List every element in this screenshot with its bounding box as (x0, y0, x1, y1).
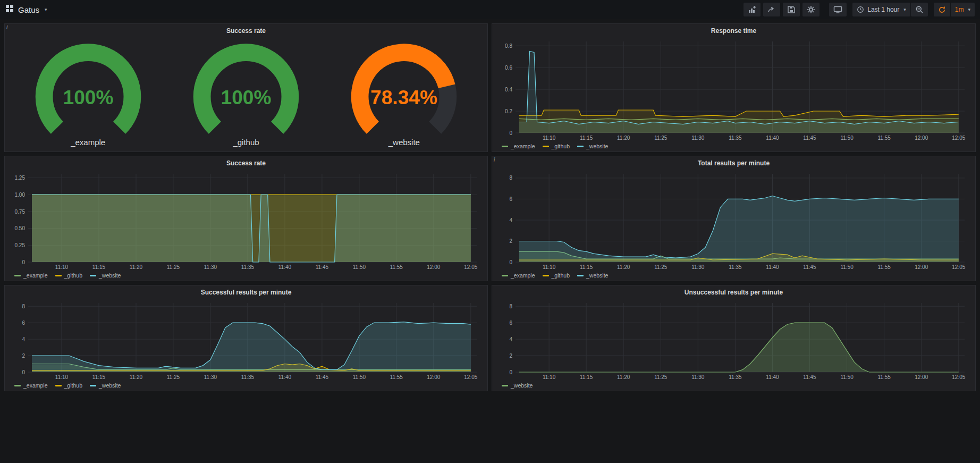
svg-text:0.4: 0.4 (505, 87, 512, 92)
refresh-button[interactable] (934, 3, 950, 16)
svg-text:11:25: 11:25 (654, 264, 668, 270)
gauge-arc: 78.34% (334, 41, 474, 137)
chart-canvas-container[interactable]: 00.250.500.751.001.2511:1011:1511:2011:2… (9, 170, 483, 271)
svg-text:11:40: 11:40 (278, 374, 292, 380)
svg-text:12:05: 12:05 (464, 264, 477, 270)
legend-item-_github[interactable]: _github (543, 272, 570, 279)
legend-item-_example[interactable]: _example (502, 272, 535, 279)
svg-text:0.25: 0.25 (15, 242, 26, 248)
share-button[interactable] (763, 3, 780, 16)
legend-series-color (502, 146, 508, 147)
svg-text:12:05: 12:05 (952, 135, 965, 141)
svg-text:0: 0 (509, 369, 512, 375)
panel-header[interactable]: Success rate (5, 156, 487, 170)
chart-canvas-container[interactable]: 0246811:1011:1511:2011:2511:3011:3511:40… (496, 299, 971, 381)
legend-item-_website[interactable]: _website (90, 382, 121, 389)
tv-mode-button[interactable] (829, 3, 847, 16)
legend-series-color (90, 275, 96, 276)
svg-text:12:05: 12:05 (952, 374, 965, 380)
svg-text:11:30: 11:30 (691, 374, 705, 380)
gauge-value: 100% (63, 86, 113, 108)
chart-canvas-container[interactable]: 0246811:1011:1511:2011:2511:3011:3511:40… (9, 299, 483, 381)
legend-item-_website[interactable]: _website (577, 143, 608, 149)
svg-text:0: 0 (509, 130, 512, 136)
svg-text:11:55: 11:55 (390, 264, 403, 270)
dashboard-grid-icon[interactable] (5, 4, 14, 15)
svg-text:0.8: 0.8 (505, 43, 512, 49)
svg-text:6: 6 (22, 320, 25, 326)
panel-title[interactable]: Successful results per minute (201, 289, 292, 296)
legend-item-_example[interactable]: _example (502, 143, 535, 149)
svg-text:0: 0 (22, 259, 25, 265)
svg-text:0.50: 0.50 (15, 225, 26, 231)
svg-text:11:25: 11:25 (654, 374, 668, 380)
svg-text:11:35: 11:35 (241, 374, 255, 380)
panel-header[interactable]: Successful results per minute (5, 285, 487, 299)
panel-title[interactable]: Success rate (226, 159, 266, 167)
legend-series-color (14, 275, 21, 276)
svg-text:11:45: 11:45 (316, 374, 329, 380)
save-dashboard-button[interactable] (783, 3, 800, 16)
gauge-arc: 100% (176, 41, 316, 137)
legend-series-color (543, 146, 549, 147)
panel-header[interactable]: Response time (492, 24, 975, 37)
svg-text:11:50: 11:50 (840, 374, 854, 380)
panel-info-icon[interactable]: i (6, 24, 7, 31)
navbar: Gatus ▾ Last 1 hour ▾ (0, 0, 980, 19)
panel-title[interactable]: Success rate (226, 27, 266, 35)
chart-legend: _example_github_website (9, 381, 483, 390)
legend-item-_github[interactable]: _github (55, 272, 82, 279)
panel-header[interactable]: Unsuccessful results per minute (492, 285, 975, 299)
svg-text:11:15: 11:15 (580, 374, 593, 380)
gauge-value: 100% (221, 86, 272, 108)
svg-text:11:55: 11:55 (878, 374, 891, 380)
legend-item-_website[interactable]: _website (90, 272, 121, 279)
svg-text:11:20: 11:20 (617, 135, 630, 141)
dashboard-caret-icon[interactable]: ▾ (45, 7, 47, 12)
svg-text:8: 8 (22, 304, 25, 309)
chart-legend: _example_github_website (496, 142, 971, 150)
gauge-_website: 78.34% _website (334, 41, 474, 147)
dashboard-title[interactable]: Gatus (18, 5, 39, 14)
panel-title[interactable]: Total results per minute (698, 159, 770, 167)
legend-item-_website[interactable]: _website (577, 272, 608, 279)
time-range-button[interactable]: Last 1 hour ▾ (852, 3, 910, 16)
svg-text:11:55: 11:55 (878, 264, 891, 270)
svg-text:4: 4 (22, 336, 25, 342)
zoom-out-button[interactable] (911, 3, 928, 16)
svg-text:11:10: 11:10 (543, 135, 556, 141)
dashboard-settings-button[interactable] (802, 3, 820, 16)
panel-title[interactable]: Response time (711, 27, 756, 35)
svg-text:11:50: 11:50 (840, 135, 854, 141)
svg-text:0.2: 0.2 (505, 108, 512, 114)
chart-canvas: 0246811:1011:1511:2011:2511:3011:3511:40… (9, 299, 483, 381)
svg-text:11:15: 11:15 (580, 135, 593, 141)
panel-header[interactable]: Total results per minute (492, 156, 975, 170)
svg-text:11:30: 11:30 (204, 264, 217, 270)
chart-canvas-container[interactable]: 0246811:1011:1511:2011:2511:3011:3511:40… (496, 170, 971, 271)
refresh-interval-button[interactable]: 1m ▾ (951, 3, 975, 16)
chart-canvas-container[interactable]: 00.20.40.60.811:1011:1511:2011:2511:3011… (496, 37, 971, 142)
legend-item-_website[interactable]: _website (502, 382, 533, 389)
chart-canvas: 00.20.40.60.811:1011:1511:2011:2511:3011… (496, 37, 971, 142)
svg-text:11:35: 11:35 (241, 264, 255, 270)
legend-item-_example[interactable]: _example (14, 382, 48, 389)
legend-item-_github[interactable]: _github (55, 382, 82, 389)
legend-series-color (90, 385, 96, 386)
legend-item-_github[interactable]: _github (543, 143, 570, 149)
svg-text:11:55: 11:55 (878, 135, 891, 141)
svg-text:2: 2 (509, 238, 512, 244)
caret-down-icon: ▾ (968, 7, 970, 12)
legend-series-color (577, 146, 584, 147)
panel-info-icon[interactable]: i (494, 157, 495, 163)
add-panel-button[interactable] (744, 3, 761, 16)
panel-response-time: Response time 00.20.40.60.811:1011:1511:… (492, 23, 976, 152)
svg-text:8: 8 (509, 304, 512, 309)
panel-title[interactable]: Unsuccessful results per minute (685, 289, 783, 296)
svg-text:11:15: 11:15 (92, 264, 106, 270)
panel-header[interactable]: Success rate (5, 24, 487, 37)
legend-item-_example[interactable]: _example (14, 272, 48, 279)
svg-text:0: 0 (22, 369, 25, 375)
legend-series-color (55, 275, 62, 276)
svg-text:4: 4 (509, 336, 512, 342)
